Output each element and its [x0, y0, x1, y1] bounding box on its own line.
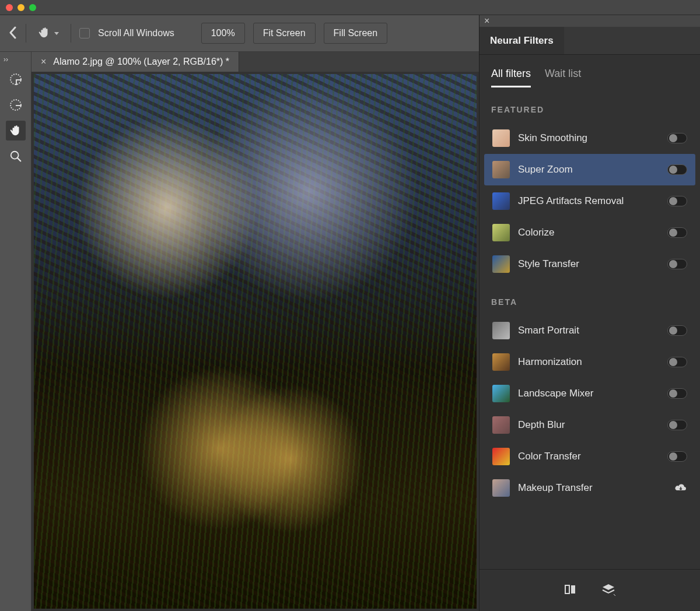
layout-comparison-icon[interactable]: [564, 582, 578, 598]
zoom-out-tool[interactable]: [6, 95, 26, 115]
filter-thumbnail: [492, 353, 510, 371]
scroll-all-windows-checkbox[interactable]: [79, 28, 90, 38]
filter-toggle[interactable]: [667, 259, 687, 269]
filter-item-super-zoom[interactable]: Super Zoom: [484, 154, 695, 185]
filter-thumbnail: [492, 416, 510, 434]
filter-label: Harmonization: [518, 356, 659, 368]
filter-toggle[interactable]: [667, 133, 687, 143]
filter-thumbnail: [492, 479, 510, 497]
filter-item-harmonization[interactable]: Harmonization: [484, 346, 695, 378]
tab-all-filters[interactable]: All filters: [491, 68, 531, 87]
options-bar: Scroll All Windows 100% Fit Screen Fill …: [0, 15, 479, 52]
document-tab-title: Alamo 2.jpg @ 100% (Layer 2, RGB/16*) *: [53, 57, 229, 67]
section-header: BETA: [480, 280, 700, 315]
expand-panels-icon[interactable]: ››: [4, 55, 8, 64]
filter-toggle[interactable]: [667, 164, 687, 175]
layers-output-icon[interactable]: [601, 582, 616, 598]
filter-label: Landscape Mixer: [518, 388, 659, 399]
filter-item-style-transfer[interactable]: Style Transfer: [484, 248, 695, 280]
svg-rect-2: [565, 585, 569, 594]
svg-line-1: [17, 158, 20, 161]
filter-toggle[interactable]: [667, 196, 687, 206]
window-minimize-button[interactable]: [18, 4, 24, 11]
window-close-button[interactable]: [6, 4, 13, 11]
zoom-in-tool[interactable]: [6, 69, 26, 89]
window-maximize-button[interactable]: [29, 4, 36, 11]
panel-title-tab[interactable]: Neural Filters: [480, 27, 564, 54]
filter-label: Makeup Transfer: [518, 482, 666, 494]
left-tool-gutter: ››: [0, 52, 32, 611]
filter-label: Smart Portrait: [518, 325, 659, 336]
tab-wait-list[interactable]: Wait list: [545, 68, 581, 87]
filter-thumbnail: [492, 192, 510, 210]
filter-item-landscape-mixer[interactable]: Landscape Mixer: [484, 378, 695, 409]
download-cloud-icon[interactable]: [674, 482, 687, 494]
fill-screen-button[interactable]: Fill Screen: [324, 23, 388, 44]
filter-label: Depth Blur: [518, 419, 659, 431]
filter-toggle[interactable]: [667, 325, 687, 336]
filter-label: Super Zoom: [518, 164, 659, 175]
fit-screen-button[interactable]: Fit Screen: [253, 23, 316, 44]
filter-thumbnail: [492, 448, 510, 465]
filter-toggle[interactable]: [667, 357, 687, 367]
filter-toggle[interactable]: [667, 420, 687, 430]
filter-toggle[interactable]: [667, 388, 687, 399]
filter-thumbnail: [492, 322, 510, 339]
filter-item-color-transfer[interactable]: Color Transfer: [484, 441, 695, 472]
close-tab-icon[interactable]: ×: [41, 57, 46, 67]
tool-preset-picker[interactable]: [34, 24, 62, 43]
svg-rect-3: [571, 585, 575, 594]
neural-filters-panel: × Neural Filters All filters Wait list F…: [479, 15, 700, 611]
zoom-tool[interactable]: [6, 146, 26, 166]
filter-item-makeup-transfer[interactable]: Makeup Transfer: [484, 472, 695, 504]
back-button[interactable]: [8, 26, 18, 41]
document-tab[interactable]: × Alamo 2.jpg @ 100% (Layer 2, RGB/16*) …: [32, 52, 239, 72]
scroll-all-windows-label: Scroll All Windows: [98, 28, 174, 38]
filter-item-skin-smoothing[interactable]: Skin Smoothing: [484, 122, 695, 154]
hand-tool[interactable]: [6, 121, 26, 141]
window-titlebar: [0, 0, 700, 15]
filter-item-smart-portrait[interactable]: Smart Portrait: [484, 315, 695, 346]
filter-thumbnail: [492, 161, 510, 178]
filter-toggle[interactable]: [667, 451, 687, 462]
filter-label: Color Transfer: [518, 451, 659, 462]
document-tab-strip: × Alamo 2.jpg @ 100% (Layer 2, RGB/16*) …: [32, 52, 479, 72]
section-header: FEATURED: [480, 87, 700, 122]
filter-thumbnail: [492, 385, 510, 402]
panel-close-button[interactable]: ×: [480, 15, 700, 27]
filter-item-depth-blur[interactable]: Depth Blur: [484, 409, 695, 441]
filter-toggle[interactable]: [667, 227, 687, 238]
filter-thumbnail: [492, 255, 510, 273]
filter-thumbnail: [492, 129, 510, 147]
filter-label: JPEG Artifacts Removal: [518, 195, 659, 207]
filter-label: Style Transfer: [518, 258, 659, 270]
hand-icon: [38, 26, 51, 41]
filter-label: Skin Smoothing: [518, 132, 659, 144]
chevron-down-icon: [54, 32, 59, 35]
filter-thumbnail: [492, 224, 510, 241]
filter-label: Colorize: [518, 227, 659, 238]
canvas-viewport[interactable]: [34, 74, 477, 609]
filter-item-colorize[interactable]: Colorize: [484, 217, 695, 248]
zoom-level-button[interactable]: 100%: [201, 23, 245, 44]
filter-item-jpeg-artifacts-removal[interactable]: JPEG Artifacts Removal: [484, 185, 695, 217]
